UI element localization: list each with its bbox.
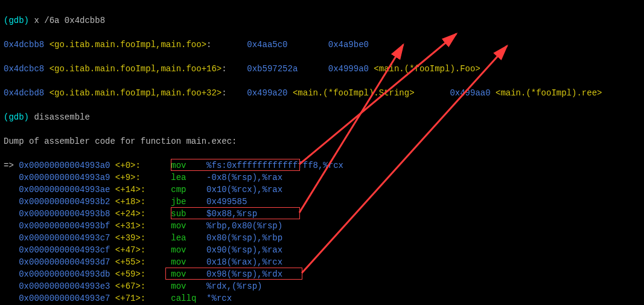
asm-row-1: 0x00000000004993a9 <+9>: lea -0x8(%rsp),… bbox=[4, 172, 640, 184]
asm-row-7: 0x00000000004993cf <+47>: mov 0x90(%rsp)… bbox=[4, 244, 640, 256]
asm-row-6: 0x00000000004993c7 <+39>: lea 0x80(%rsp)… bbox=[4, 232, 640, 244]
gdb-command-disassemble: (gdb) disassemble bbox=[4, 111, 640, 123]
asm-row-11: 0x00000000004993e7 <+71>: callq *%rcx bbox=[4, 292, 640, 304]
asm-row-9: 0x00000000004993db <+59>: mov 0x98(%rsp)… bbox=[4, 268, 640, 280]
asm-row-4: 0x00000000004993b8 <+24>: sub $0x88,%rsp bbox=[4, 208, 640, 220]
asm-row-2: 0x00000000004993ae <+14>: cmp 0x10(%rcx)… bbox=[4, 184, 640, 196]
assembly-listing: => 0x00000000004993a0 <+0>: mov %fs:0xff… bbox=[4, 159, 640, 305]
hex-row-2: 0x4dcbd8 <go.itab.main.fooImpl,main.foo+… bbox=[4, 87, 640, 99]
asm-row-0: => 0x00000000004993a0 <+0>: mov %fs:0xff… bbox=[4, 159, 640, 172]
terminal-output: (gdb) x /6a 0x4dcbb8 0x4dcbb8 <go.itab.m… bbox=[0, 0, 644, 305]
gdb-command-examine: (gdb) x /6a 0x4dcbb8 bbox=[4, 14, 640, 27]
hex-row-0: 0x4dcbb8 <go.itab.main.fooImpl,main.foo>… bbox=[4, 39, 640, 51]
dump-header: Dump of assembler code for function main… bbox=[4, 135, 640, 147]
asm-row-5: 0x00000000004993bf <+31>: mov %rbp,0x80(… bbox=[4, 220, 640, 232]
gdb-prompt: (gdb) bbox=[4, 16, 29, 25]
asm-row-8: 0x00000000004993d7 <+55>: mov 0x18(%rax)… bbox=[4, 256, 640, 268]
asm-row-10: 0x00000000004993e3 <+67>: mov %rdx,(%rsp… bbox=[4, 280, 640, 292]
hex-row-1: 0x4dcbc8 <go.itab.main.fooImpl,main.foo+… bbox=[4, 63, 640, 75]
asm-row-3: 0x00000000004993b2 <+18>: jbe 0x499585 bbox=[4, 196, 640, 208]
